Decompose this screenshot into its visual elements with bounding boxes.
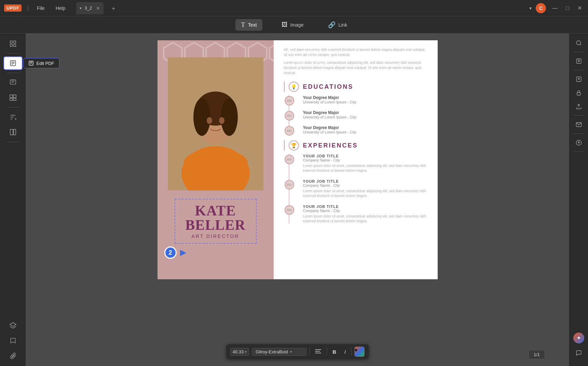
experience-item-2: 201 YOUR JOB TITLE Company Name - City L… [296,179,427,198]
svg-rect-2 [10,44,12,46]
menu-help[interactable]: Help [53,4,68,12]
ocr-icon[interactable] [572,55,586,67]
exp-dot-2: 201 [285,180,294,189]
experience-item-3: 202 YOUR JOB TITLE Company Name - City L… [296,205,427,224]
timeline-dot-2: 201 [285,111,294,121]
font-size-value: 40.33 [233,349,244,354]
align-button[interactable] [312,348,324,356]
font-size-selector[interactable]: 40.33 ▾ [230,348,249,356]
experience-timeline: 201 YOUR JOB TITLE Company Name - City L… [289,154,427,224]
chat-icon[interactable] [572,347,586,359]
italic-button[interactable]: I [342,348,348,356]
step2-indicator: 2 ▶ [164,247,186,259]
company-2: Company Name - City [303,183,427,187]
timeline-dot-3: 201 [285,126,294,136]
step2-arrow-icon: ▶ [180,248,186,257]
job-desc-3: Lorem ipsum dolor sit amet, consectetuer… [303,214,427,224]
svg-rect-16 [10,98,12,100]
degree-1: Your Degree Major [303,95,427,100]
sidebar-layers[interactable] [5,319,21,333]
right-sep-5 [574,152,584,152]
sidebar-convert[interactable] [5,110,21,124]
maximize-button[interactable]: □ [564,5,571,11]
right-sep-2 [574,70,584,70]
ai-gradient-icon[interactable]: ✦ [573,333,584,343]
svg-rect-1 [13,41,15,43]
email-icon[interactable] [572,118,586,131]
sidebar-attachment[interactable] [5,349,21,363]
job-title-1: YOUR JOB TITLE [303,154,427,158]
toolbar-link[interactable]: 🔗 Link [323,19,353,31]
toolbar-image[interactable]: 🖼 Image [276,19,309,30]
tab-dropdown-icon[interactable]: ▾ [80,6,82,11]
close-button[interactable]: ✕ [575,5,584,11]
right-sep-3 [574,115,584,116]
step2-badge: 2 [164,247,177,259]
experience-item-1: 201 YOUR JOB TITLE Company Name - City L… [296,154,427,173]
store-icon[interactable] [572,137,586,149]
right-sidebar: ✦ [569,33,588,366]
sidebar-organize[interactable] [5,91,21,104]
minimize-button[interactable]: — [550,5,560,11]
svg-rect-15 [13,95,16,98]
experience-icon: 🏆 [289,140,299,151]
job-title-3: YOUR JOB TITLE [303,205,427,209]
svg-line-36 [580,44,581,45]
sidebar-thumbnail[interactable] [5,37,21,51]
toolbar-text[interactable]: 𝕋 Text [235,19,262,31]
right-sep-4 [574,133,584,134]
topbar-right: ▾ C — □ ✕ [529,3,584,13]
tab-add-icon[interactable]: ＋ [110,4,117,12]
resume-photo [168,57,263,191]
sidebar-separator-4 [7,142,19,142]
sidebar-comment[interactable] [5,76,21,89]
toolbar-link-label: Link [338,22,347,28]
export-icon[interactable] [572,100,586,113]
ai-right-icon[interactable]: ✦ [572,332,586,344]
sidebar-translate[interactable] [5,125,21,139]
protect-icon[interactable] [572,87,586,99]
job-title-2: YOUR JOB TITLE [303,179,427,183]
sidebar-edit-pdf[interactable]: Edit PDF ◀ 1 [3,56,23,70]
svg-rect-3 [13,44,15,46]
exp-dot-1: 201 [285,155,294,164]
tab-close-icon[interactable]: ✕ [96,5,100,11]
sidebar-separator-2 [7,73,19,73]
section-line-left-2 [284,140,285,151]
search-right-icon[interactable] [572,37,586,49]
svg-point-28 [193,98,210,136]
education-icon: 💡 [289,82,299,92]
sidebar-bookmark[interactable] [5,334,21,348]
svg-marker-20 [10,323,16,326]
edit-pdf-tooltip: Edit PDF [23,58,59,68]
compress-icon[interactable] [572,73,586,85]
right-sep-1 [574,52,584,52]
sidebar-separator-3 [7,107,19,108]
toolbar-image-label: Image [290,22,304,28]
pdf-right-panel: elit, sed diam nonummy nibh euismod tinc… [274,40,438,279]
svg-rect-11 [10,80,16,84]
topbar: UPDF | File Help ▾ 3_2 ✕ ＋ ▾ C — □ ✕ [0,0,588,16]
svg-rect-19 [13,129,15,135]
dropdown-chevron-icon[interactable]: ▾ [529,5,532,11]
degree-3: Your Degree Major [303,125,427,130]
last-name: BELLER [182,218,249,232]
font-name-chevron-icon[interactable]: ▾ [290,350,292,354]
font-name-selector[interactable]: Gilroy-ExtraBold ▾ [252,348,306,356]
center-content[interactable]: ⬡⬡⬡⬡⬡⬡⬡⬡ [26,33,569,366]
name-text-box[interactable]: KATE BELLER ART DIRECTOR [175,199,257,244]
left-sidebar: Edit PDF ◀ 1 [0,33,26,366]
first-name: KATE [182,203,249,218]
image-icon: 🖼 [282,21,288,28]
format-separator-1 [309,348,310,356]
svg-point-29 [221,98,238,136]
bold-button[interactable]: B [330,348,339,356]
menu-file[interactable]: File [34,4,47,12]
education-title: EDUCATIONS [303,83,354,90]
bottom-right-icons: ✦ [572,332,586,363]
color-picker-button[interactable]: ▾ [354,347,365,357]
font-size-chevron-icon[interactable]: ▾ [245,350,247,354]
page-counter: 1/1 [529,350,545,359]
svg-rect-37 [576,59,581,64]
avatar[interactable]: C [536,3,546,13]
